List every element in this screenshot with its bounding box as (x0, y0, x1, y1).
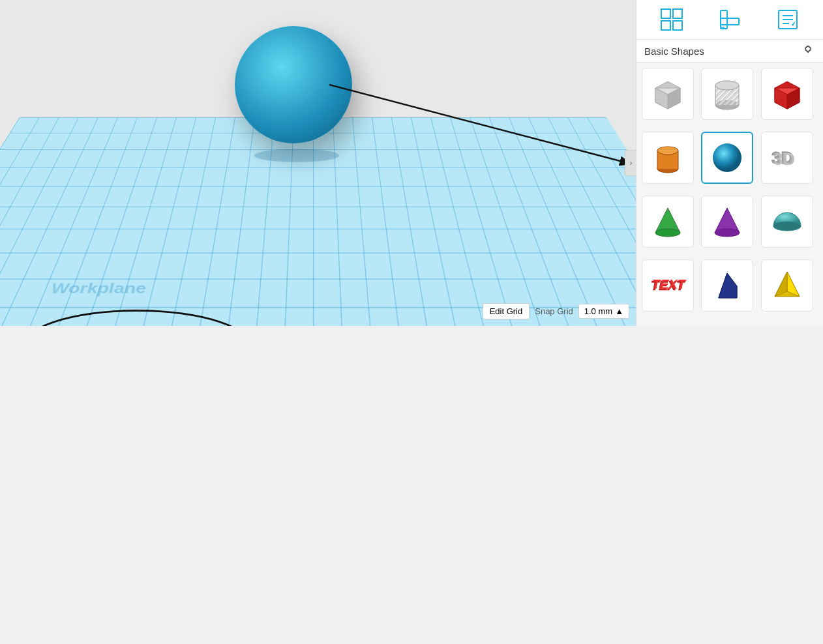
shape-pyramid-yellow[interactable] (761, 259, 813, 312)
shape-half-sphere-teal[interactable] (761, 196, 813, 248)
shapes-sidebar: › (636, 0, 823, 326)
snap-grid-value[interactable]: 1.0 mm ▲ (578, 304, 629, 319)
svg-rect-6 (721, 18, 739, 25)
shape-text-3d-gray[interactable]: 3D 3D (761, 132, 813, 184)
sidebar-collapse-tab[interactable]: › (625, 150, 636, 176)
shape-cylinder-orange[interactable] (642, 132, 694, 184)
edit-grid-button[interactable]: Edit Grid (483, 303, 530, 319)
svg-point-34 (713, 143, 741, 172)
svg-text:TEXT: TEXT (652, 277, 687, 291)
shape-prism-blue[interactable] (701, 259, 753, 312)
snap-grid-label: Snap Grid (535, 306, 573, 316)
shape-cylinder-striped[interactable] (701, 68, 753, 120)
sphere-3d-object[interactable] (235, 26, 352, 143)
svg-point-38 (655, 229, 680, 237)
svg-point-31 (657, 147, 678, 154)
shape-cone-green[interactable] (642, 196, 694, 248)
svg-rect-4 (661, 21, 670, 30)
workplane-label: Workplane (50, 280, 147, 297)
svg-point-40 (715, 229, 740, 237)
3d-viewport: Workplane Edit Grid Snap Grid 1.0 mm ▲ (0, 0, 636, 326)
shape-text-red[interactable]: TEXT TEXT (642, 259, 694, 312)
svg-marker-46 (719, 273, 737, 298)
bottom-area (0, 326, 823, 644)
shapes-grid: 3D 3D (636, 63, 823, 326)
category-selector[interactable]: Basic Shapes (636, 40, 823, 63)
ruler-icon[interactable] (715, 5, 744, 34)
shape-cone-purple[interactable] (701, 196, 753, 248)
svg-rect-3 (673, 9, 682, 18)
bottom-toolbar: Edit Grid Snap Grid 1.0 mm ▲ (483, 303, 629, 319)
svg-point-22 (715, 81, 739, 90)
notes-icon[interactable] (773, 5, 802, 34)
shape-sphere-blue[interactable] (701, 132, 753, 184)
svg-text:3D: 3D (773, 149, 795, 169)
sidebar-toolbar (636, 0, 823, 40)
svg-rect-5 (673, 21, 682, 30)
svg-rect-7 (721, 10, 727, 29)
category-label: Basic Shapes (644, 46, 801, 57)
grid-view-icon[interactable] (657, 5, 686, 34)
category-dropdown-icon[interactable] (801, 44, 815, 58)
svg-point-41 (773, 222, 801, 231)
shape-cube-red[interactable] (761, 68, 813, 120)
shape-box[interactable] (642, 68, 694, 120)
snap-grid-chevron: ▲ (615, 306, 623, 316)
svg-rect-2 (661, 9, 670, 18)
